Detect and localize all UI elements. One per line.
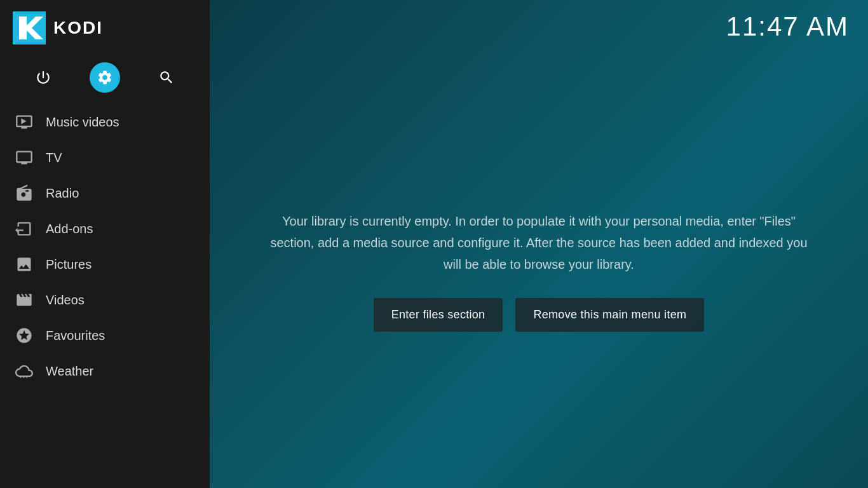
sidebar-label-videos: Videos	[46, 293, 85, 308]
sidebar-item-add-ons[interactable]: Add-ons	[0, 211, 210, 247]
videos-icon	[15, 291, 33, 309]
app-title: KODI	[53, 18, 103, 38]
sidebar-label-tv: TV	[46, 151, 62, 165]
enter-files-button[interactable]: Enter files section	[374, 298, 503, 332]
radio-icon	[15, 184, 33, 202]
sidebar-header: KODI	[0, 0, 210, 56]
pictures-icon	[15, 255, 33, 273]
content-center: Your library is currently empty. In orde…	[210, 53, 868, 488]
sidebar-item-tv[interactable]: TV	[0, 140, 210, 175]
nav-list: Music videos TV Radio Add-ons	[0, 104, 210, 488]
music-video-icon	[15, 113, 33, 131]
sidebar-item-radio[interactable]: Radio	[0, 175, 210, 211]
sidebar-label-add-ons: Add-ons	[46, 222, 93, 236]
action-buttons: Enter files section Remove this main men…	[374, 298, 705, 332]
search-button[interactable]	[151, 62, 182, 93]
topbar: 11:47 AM	[210, 0, 868, 53]
empty-library-message: Your library is currently empty. In orde…	[266, 210, 812, 275]
sidebar-icon-bar	[0, 56, 210, 104]
sidebar-label-music-videos: Music videos	[46, 115, 119, 130]
sidebar-item-videos[interactable]: Videos	[0, 282, 210, 318]
sidebar-item-pictures[interactable]: Pictures	[0, 247, 210, 282]
power-icon	[35, 69, 51, 86]
tv-icon	[15, 149, 33, 166]
settings-icon	[97, 69, 113, 86]
sidebar-item-weather[interactable]: Weather	[0, 353, 210, 389]
main-content: 11:47 AM Your library is currently empty…	[210, 0, 868, 488]
sidebar-label-pictures: Pictures	[46, 257, 92, 272]
sidebar: KODI Music videos	[0, 0, 210, 488]
search-icon	[158, 69, 175, 86]
kodi-logo-icon	[13, 11, 46, 44]
sidebar-label-weather: Weather	[46, 364, 93, 379]
settings-button[interactable]	[90, 62, 120, 93]
sidebar-label-favourites: Favourites	[46, 329, 105, 343]
power-button[interactable]	[28, 62, 58, 93]
sidebar-item-favourites[interactable]: Favourites	[0, 318, 210, 353]
weather-icon	[15, 362, 33, 380]
favourites-icon	[15, 327, 33, 344]
remove-menu-item-button[interactable]: Remove this main menu item	[515, 298, 704, 332]
clock-display: 11:47 AM	[726, 11, 849, 42]
addons-icon	[15, 220, 33, 238]
sidebar-label-radio: Radio	[46, 186, 79, 201]
sidebar-item-music-videos[interactable]: Music videos	[0, 104, 210, 140]
